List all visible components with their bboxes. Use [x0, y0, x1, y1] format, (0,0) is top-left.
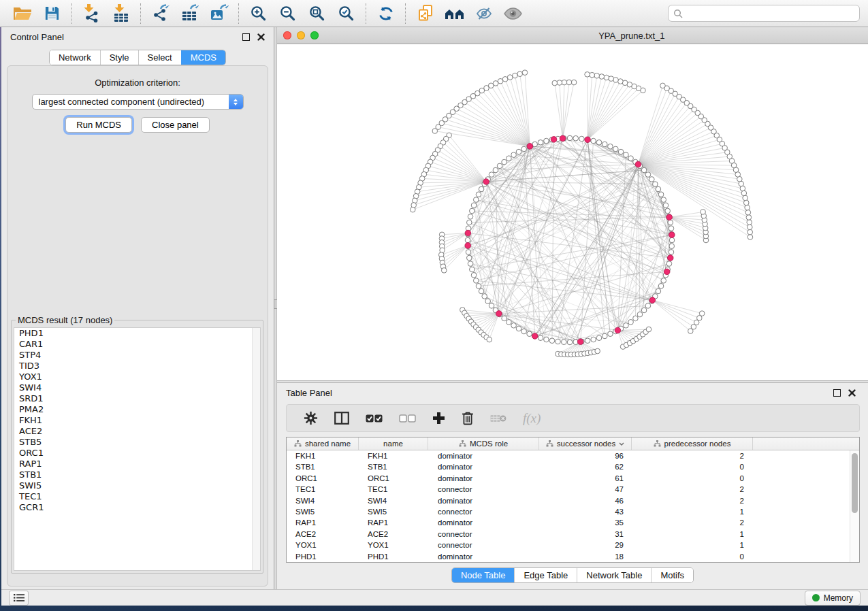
mcds-result-title: MCDS result (17 nodes)	[16, 315, 114, 325]
fx-icon: f(x)	[523, 411, 541, 426]
network-graph[interactable]	[277, 44, 868, 380]
minimize-window-icon[interactable]	[297, 31, 305, 39]
float-panel-icon[interactable]	[242, 33, 250, 41]
mcds-result-item[interactable]: ORC1	[14, 448, 260, 459]
deselect-all-button[interactable]	[391, 408, 424, 429]
table-row[interactable]: YOX1YOX1connector291	[287, 540, 859, 550]
open-file-button[interactable]	[8, 2, 37, 25]
tab-motifs[interactable]: Motifs	[651, 568, 693, 582]
close-panel-button[interactable]: Close panel	[141, 117, 210, 133]
zoom-out-icon	[279, 5, 296, 22]
mcds-result-item[interactable]: SWI5	[14, 480, 260, 491]
function-builder-button[interactable]: f(x)	[515, 408, 549, 429]
float-panel-icon[interactable]	[833, 389, 841, 397]
run-mcds-button[interactable]: Run MCDS	[65, 117, 132, 133]
tab-edge-table[interactable]: Edge Table	[514, 568, 577, 582]
zoom-in-button[interactable]	[244, 2, 273, 25]
show-all-button[interactable]	[498, 2, 528, 25]
close-panel-icon[interactable]	[848, 389, 856, 397]
table-row[interactable]: RAP1RAP1dominator352	[287, 517, 859, 528]
mcds-result-item[interactable]: TID3	[14, 361, 260, 371]
mcds-result-item[interactable]: CAR1	[14, 339, 260, 350]
tab-network-table[interactable]: Network Table	[577, 568, 651, 582]
column-header-name[interactable]: name	[359, 437, 428, 450]
tab-network[interactable]: Network	[50, 50, 100, 65]
first-neighbors-button[interactable]	[440, 2, 469, 25]
zoom-fit-button[interactable]	[302, 2, 332, 25]
column-header-successor-nodes[interactable]: successor nodes	[539, 437, 632, 450]
unchecked-boxes-icon	[399, 414, 416, 423]
hide-selected-button[interactable]	[469, 2, 498, 25]
search-input[interactable]	[686, 8, 854, 19]
mcds-result-item[interactable]: STP4	[14, 350, 260, 361]
table-scrollbar[interactable]	[850, 450, 859, 562]
table-row[interactable]: STB1STB1dominator620	[287, 461, 859, 472]
close-window-icon[interactable]	[283, 31, 291, 39]
memory-label: Memory	[824, 593, 853, 603]
tab-style[interactable]: Style	[100, 50, 138, 65]
delete-table-button[interactable]	[482, 408, 515, 429]
export-table-button[interactable]	[175, 2, 204, 25]
table-row[interactable]: ACE2ACE2connector311	[287, 529, 859, 540]
table-scrollbar-thumb[interactable]	[852, 453, 858, 513]
tab-node-table[interactable]: Node Table	[452, 568, 515, 582]
mcds-result-item[interactable]: PMA2	[14, 404, 260, 415]
table-row[interactable]: TEC1TEC1connector472	[287, 484, 859, 495]
split-columns-button[interactable]	[326, 408, 357, 429]
table-cell-filler	[753, 495, 859, 506]
mcds-result-item[interactable]: GCR1	[14, 502, 260, 513]
zoom-selected-button[interactable]	[332, 2, 361, 25]
optimization-criterion-dropdown[interactable]: largest connected component (undirected)	[32, 94, 244, 110]
tab-mcds[interactable]: MCDS	[181, 50, 225, 65]
mcds-result-item[interactable]: YOX1	[14, 371, 260, 382]
tab-select[interactable]: Select	[138, 50, 181, 65]
column-header-predecessor-nodes[interactable]: predecessor nodes	[632, 437, 753, 450]
network-window-titlebar: YPA_prune.txt_1	[277, 27, 868, 44]
import-table-button[interactable]	[106, 2, 135, 25]
table-row[interactable]: SWI4SWI4dominator462	[287, 495, 859, 506]
export-image-icon	[210, 4, 229, 22]
memory-button[interactable]: Memory	[805, 591, 861, 606]
table-cell-filler	[753, 461, 859, 472]
mcds-result-item[interactable]: SWI4	[14, 382, 260, 393]
mcds-result-item[interactable]: ACE2	[14, 426, 260, 437]
close-panel-icon[interactable]	[257, 33, 265, 41]
select-all-button[interactable]	[357, 408, 391, 429]
mcds-result-list[interactable]: PHD1CAR1STP4TID3YOX1SWI4SRD1PMA2FKH1ACE2…	[14, 327, 261, 571]
table-cell: ACE2	[359, 529, 428, 540]
control-panel: Control Panel Network Style Select MCDS …	[1, 27, 274, 589]
column-header-shared-name[interactable]: shared name	[287, 437, 359, 450]
plus-icon	[432, 412, 445, 425]
delete-column-button[interactable]	[453, 408, 482, 429]
zoom-window-icon[interactable]	[310, 31, 319, 39]
mcds-result-item[interactable]: PHD1	[14, 328, 260, 339]
import-network-button[interactable]	[77, 2, 106, 25]
refresh-view-button[interactable]	[371, 2, 400, 25]
export-network-button[interactable]	[146, 2, 175, 25]
show-panels-menu-button[interactable]	[9, 591, 29, 606]
mcds-result-item[interactable]: TEC1	[14, 491, 260, 502]
mcds-result-item[interactable]: FKH1	[14, 415, 260, 426]
columns-icon	[334, 412, 349, 425]
table-cell: connector	[428, 529, 539, 540]
export-image-button[interactable]	[204, 2, 234, 25]
add-column-button[interactable]	[424, 408, 453, 429]
mcds-result-item[interactable]: STB5	[14, 437, 260, 448]
mcds-result-item[interactable]: RAP1	[14, 459, 260, 469]
table-row[interactable]: SWI5SWI5connector431	[287, 506, 859, 517]
copy-network-button[interactable]	[411, 2, 440, 25]
mcds-result-item[interactable]: STB1	[14, 469, 260, 480]
network-canvas[interactable]	[277, 44, 868, 380]
table-cell: PHD1	[359, 551, 428, 562]
table-row[interactable]: ORC1ORC1dominator610	[287, 473, 859, 484]
table-settings-button[interactable]	[295, 408, 326, 429]
save-session-button[interactable]	[37, 2, 67, 25]
table-row[interactable]: PHD1PHD1dominator180	[287, 551, 859, 562]
mcds-list-scrollbar[interactable]	[252, 328, 260, 570]
mcds-result-item[interactable]: SRD1	[14, 393, 260, 404]
table-row[interactable]: FKH1FKH1dominator962	[287, 450, 859, 461]
table-cell-filler	[753, 473, 859, 484]
column-header-mcds-role[interactable]: MCDS role	[428, 437, 539, 450]
zoom-out-button[interactable]	[273, 2, 302, 25]
main-toolbar	[0, 0, 868, 27]
